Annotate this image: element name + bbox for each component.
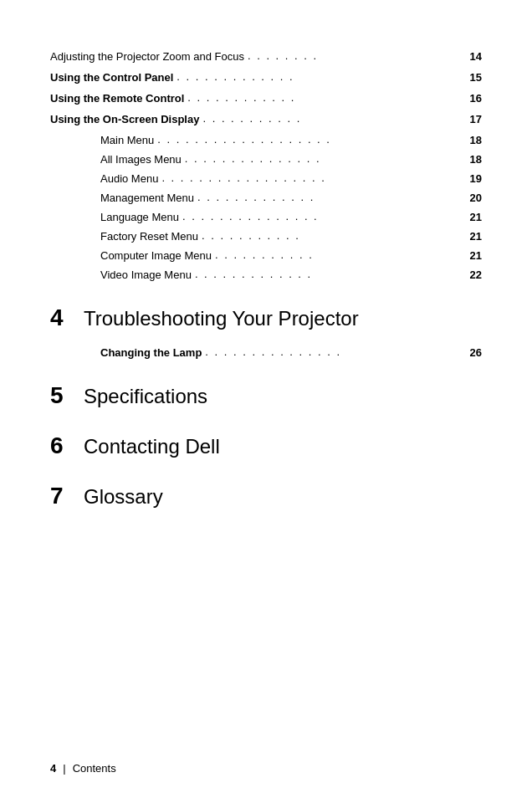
entry-label: Using the On-Screen Display xyxy=(50,113,199,125)
entry-label: Changing the Lamp xyxy=(100,346,202,359)
entry-dots: . . . . . . . . . . . . . xyxy=(194,191,470,203)
entry-dots: . . . . . . . . . . . xyxy=(212,248,470,261)
entry-label: Using the Remote Control xyxy=(50,92,184,105)
entry-page: 16 xyxy=(470,92,482,105)
entry-dots: . . . . . . . . . . . xyxy=(198,229,469,242)
entry-page: 21 xyxy=(470,249,482,262)
chapter-6-number: 6 xyxy=(50,432,70,459)
footer: 4 | Contents xyxy=(50,762,482,775)
entry-page: 20 xyxy=(470,192,482,204)
toc-entry-control-panel: Using the Control Panel . . . . . . . . … xyxy=(50,71,482,84)
chapter-7-title: Glossary xyxy=(84,485,163,509)
chapter-5: 5 Specifications xyxy=(50,382,482,409)
entry-label: Factory Reset Menu xyxy=(100,230,198,243)
entry-dots: . . . . . . . . . . . xyxy=(199,112,469,125)
entry-page: 21 xyxy=(470,211,482,223)
entry-label: Management Menu xyxy=(100,192,194,204)
entry-dots: . . . . . . . . . . . . . . . xyxy=(202,345,469,358)
toc-section: Adjusting the Projector Zoom and Focus .… xyxy=(50,50,482,281)
chapter-4-entries: Changing the Lamp . . . . . . . . . . . … xyxy=(100,346,482,359)
on-screen-sub-entries: Main Menu . . . . . . . . . . . . . . . … xyxy=(100,134,482,281)
chapter-4: 4 Troubleshooting Your Projector xyxy=(50,304,482,331)
entry-label: Using the Control Panel xyxy=(50,71,173,84)
chapter-4-number: 4 xyxy=(50,304,70,331)
sub-entry-all-images: All Images Menu . . . . . . . . . . . . … xyxy=(100,153,482,166)
entry-page: 14 xyxy=(470,50,482,63)
entry-page: 18 xyxy=(470,153,482,166)
entry-dots: . . . . . . . . . . . . . . . . . . . xyxy=(154,133,469,146)
sub-entry-factory-reset: Factory Reset Menu . . . . . . . . . . .… xyxy=(100,230,482,243)
footer-text: Contents xyxy=(73,762,116,775)
entry-label: All Images Menu xyxy=(100,153,182,166)
chapter-7-number: 7 xyxy=(50,483,70,509)
entry-dots: . . . . . . . . . . . . . . . . . . xyxy=(158,171,469,184)
entry-page: 19 xyxy=(470,172,482,185)
entry-page: 17 xyxy=(470,113,482,125)
entry-dots: . . . . . . . . . . . . . xyxy=(192,268,470,280)
toc-entry-on-screen: Using the On-Screen Display . . . . . . … xyxy=(50,113,482,125)
entry-dots: . . . . . . . . . . . . . . . xyxy=(182,152,470,165)
sub-entry-audio: Audio Menu . . . . . . . . . . . . . . .… xyxy=(100,172,482,185)
entry-label: Video Image Menu xyxy=(100,269,192,281)
entry-label: Adjusting the Projector Zoom and Focus xyxy=(50,50,244,63)
sub-entry-computer-image: Computer Image Menu . . . . . . . . . . … xyxy=(100,249,482,262)
entry-page: 18 xyxy=(470,134,482,146)
sub-entry-language: Language Menu . . . . . . . . . . . . . … xyxy=(100,211,482,223)
entry-page: 15 xyxy=(470,71,482,84)
entry-page: 21 xyxy=(470,230,482,243)
toc-entry-zoom: Adjusting the Projector Zoom and Focus .… xyxy=(50,50,482,63)
sub-entry-main-menu: Main Menu . . . . . . . . . . . . . . . … xyxy=(100,134,482,146)
entry-label: Computer Image Menu xyxy=(100,249,212,262)
entry-label: Main Menu xyxy=(100,134,154,146)
sub-entry-video-image: Video Image Menu . . . . . . . . . . . .… xyxy=(100,269,482,281)
entry-label: Language Menu xyxy=(100,211,179,223)
toc-entry-remote-control: Using the Remote Control . . . . . . . .… xyxy=(50,92,482,105)
toc-entry-changing-lamp: Changing the Lamp . . . . . . . . . . . … xyxy=(100,346,482,359)
entry-label: Audio Menu xyxy=(100,172,158,185)
entry-dots: . . . . . . . . xyxy=(244,49,470,62)
chapter-6-title: Contacting Dell xyxy=(84,435,220,458)
entry-dots: . . . . . . . . . . . . xyxy=(184,91,469,104)
entry-dots: . . . . . . . . . . . . . . . xyxy=(179,210,470,223)
footer-page-number: 4 xyxy=(50,762,56,775)
chapter-5-number: 5 xyxy=(50,382,70,409)
chapter-7: 7 Glossary xyxy=(50,483,482,509)
entry-dots: . . . . . . . . . . . . . xyxy=(173,70,469,83)
entry-page: 22 xyxy=(470,269,482,281)
footer-divider: | xyxy=(63,762,65,775)
sub-entry-management: Management Menu . . . . . . . . . . . . … xyxy=(100,192,482,204)
page: Adjusting the Projector Zoom and Focus .… xyxy=(0,0,532,798)
chapter-4-title: Troubleshooting Your Projector xyxy=(84,307,359,330)
chapter-5-title: Specifications xyxy=(84,385,207,408)
entry-page: 26 xyxy=(470,346,482,359)
chapter-6: 6 Contacting Dell xyxy=(50,432,482,459)
